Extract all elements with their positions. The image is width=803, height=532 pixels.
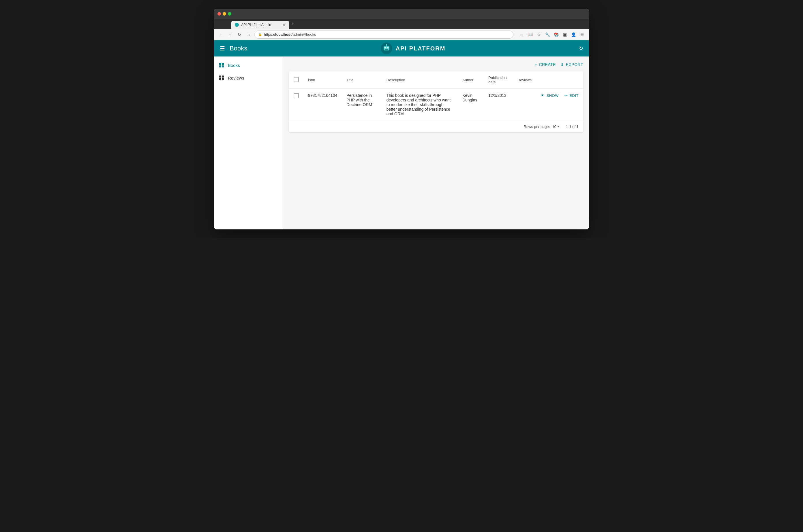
svg-rect-1	[384, 46, 389, 51]
isbn-cell: 9781782164104	[304, 89, 342, 121]
show-button[interactable]: 👁 SHOW	[541, 93, 559, 98]
api-platform-logo	[381, 43, 392, 54]
author-column-header: Author	[458, 72, 484, 89]
publication-date-cell: 12/1/2013	[484, 89, 513, 121]
traffic-lights	[218, 12, 231, 16]
browser-tab[interactable]: API Platform Admin ✕	[231, 21, 289, 29]
refresh-button[interactable]: ↻	[579, 45, 583, 52]
reload-button[interactable]: ↻	[236, 31, 243, 38]
show-label: SHOW	[547, 93, 559, 98]
browser-nav: ← → ↻ ⌂ 🔒 https://localhost/admin#/books…	[214, 29, 589, 40]
tab-close-button[interactable]: ✕	[282, 23, 286, 27]
brand-name: API PLATFORM	[396, 45, 445, 52]
new-tab-button[interactable]: +	[289, 21, 297, 27]
pagination-bar: Rows per page: 10 ▾ 1-1 of 1	[289, 121, 583, 132]
author-cell: Kévin Dunglas	[458, 89, 484, 121]
isbn-column-header: Isbn	[304, 72, 342, 89]
description-cell: This book is designed for PHP developers…	[382, 89, 458, 121]
sidebar: Books Reviews	[214, 56, 283, 229]
minimize-button[interactable]	[223, 12, 226, 16]
close-button[interactable]	[218, 12, 221, 16]
nav-right-icons: ··· 📖 ☆ 🔧 📚 ▣ 👤 ☰	[518, 31, 585, 38]
title-column-header: Title	[342, 72, 382, 89]
chevron-down-icon: ▾	[558, 125, 559, 128]
url-path: /admin#/books	[292, 32, 316, 37]
svg-point-4	[385, 48, 385, 48]
sidebar-toggle-icon[interactable]: ☰	[220, 45, 225, 52]
tab-favicon	[235, 23, 239, 27]
maximize-button[interactable]	[228, 12, 231, 16]
reader-view-icon[interactable]: 📖	[527, 31, 534, 38]
tools-icon[interactable]: 🔧	[544, 31, 551, 38]
library-icon[interactable]: 📚	[553, 31, 560, 38]
rows-per-page-value: 10	[552, 125, 556, 129]
svg-point-5	[388, 48, 388, 48]
logo-area: API PLATFORM	[247, 43, 579, 54]
show-eye-icon: 👁	[541, 93, 545, 98]
export-label: EXPORT	[566, 62, 583, 67]
app-header: ☰ Books API PLATFORM ↻	[214, 40, 589, 56]
tab-title: API Platform Admin	[241, 23, 271, 27]
edit-button[interactable]: ✏ EDIT	[564, 93, 579, 98]
rows-per-page: Rows per page: 10 ▾	[524, 125, 559, 129]
url-domain: localhost	[275, 32, 292, 37]
sidebar-item-reviews[interactable]: Reviews	[214, 72, 283, 84]
data-table-container: Isbn Title Description Author Publicatio…	[289, 72, 583, 132]
rows-per-page-select[interactable]: 10 ▾	[552, 125, 559, 129]
reviews-list-icon	[219, 75, 224, 81]
edit-label: EDIT	[569, 93, 579, 98]
home-button[interactable]: ⌂	[245, 31, 252, 38]
books-table: Isbn Title Description Author Publicatio…	[289, 72, 583, 121]
action-cell: 👁 SHOW ✏ EDIT	[536, 89, 583, 121]
browser-titlebar	[214, 8, 589, 19]
content-header: + CREATE ⬇ EXPORT	[289, 62, 583, 67]
export-download-icon: ⬇	[561, 62, 564, 67]
edit-pencil-icon: ✏	[564, 93, 568, 98]
description-column-header: Description	[382, 72, 458, 89]
select-all-checkbox[interactable]	[294, 77, 299, 82]
app-page-title: Books	[230, 45, 247, 52]
svg-rect-6	[385, 49, 388, 50]
profile-icon[interactable]: 👤	[570, 31, 577, 38]
address-bar[interactable]: 🔒 https://localhost/admin#/books	[254, 31, 513, 39]
books-list-icon	[219, 62, 224, 68]
create-plus-icon: +	[535, 62, 537, 67]
table-row: 9781782164104 Persistence in PHP with th…	[289, 89, 583, 121]
rows-per-page-label: Rows per page:	[524, 125, 550, 129]
app-body: Books Reviews + CREATE ⬇ EX	[214, 56, 589, 229]
bookmark-icon[interactable]: ☆	[535, 31, 542, 38]
url-protocol: https://	[264, 32, 275, 37]
back-button[interactable]: ←	[218, 31, 224, 38]
svg-point-8	[386, 44, 387, 45]
sidebar-reviews-label: Reviews	[228, 76, 244, 80]
row-checkbox[interactable]	[294, 93, 299, 98]
overflow-menu-icon[interactable]: ···	[518, 31, 525, 38]
security-icon: 🔒	[258, 33, 262, 36]
select-all-header	[289, 72, 304, 89]
export-button[interactable]: ⬇ EXPORT	[561, 62, 583, 67]
forward-button[interactable]: →	[227, 31, 234, 38]
browser-window: API Platform Admin ✕ + ← → ↻ ⌂ 🔒 https:/…	[214, 8, 589, 229]
browser-tab-bar: API Platform Admin ✕ +	[214, 19, 589, 29]
publication-date-column-header: Publication date	[484, 72, 513, 89]
title-cell: Persistence in PHP with the Doctrine ORM	[342, 89, 382, 121]
sidebar-books-label: Books	[228, 63, 240, 68]
sidebar-item-books[interactable]: Books	[214, 59, 283, 72]
sync-icon[interactable]: ▣	[561, 31, 568, 38]
content-area: + CREATE ⬇ EXPORT Isbn	[283, 56, 589, 229]
create-label: CREATE	[539, 62, 556, 67]
create-button[interactable]: + CREATE	[535, 62, 556, 67]
pagination-range: 1-1 of 1	[566, 125, 579, 129]
main-menu-icon[interactable]: ☰	[579, 31, 585, 38]
url-display: https://localhost/admin#/books	[264, 32, 316, 37]
table-header-row: Isbn Title Description Author Publicatio…	[289, 72, 583, 89]
reviews-cell	[513, 89, 536, 121]
reviews-column-header: Reviews	[513, 72, 536, 89]
actions-column-header	[536, 72, 583, 89]
row-checkbox-cell	[289, 89, 304, 121]
